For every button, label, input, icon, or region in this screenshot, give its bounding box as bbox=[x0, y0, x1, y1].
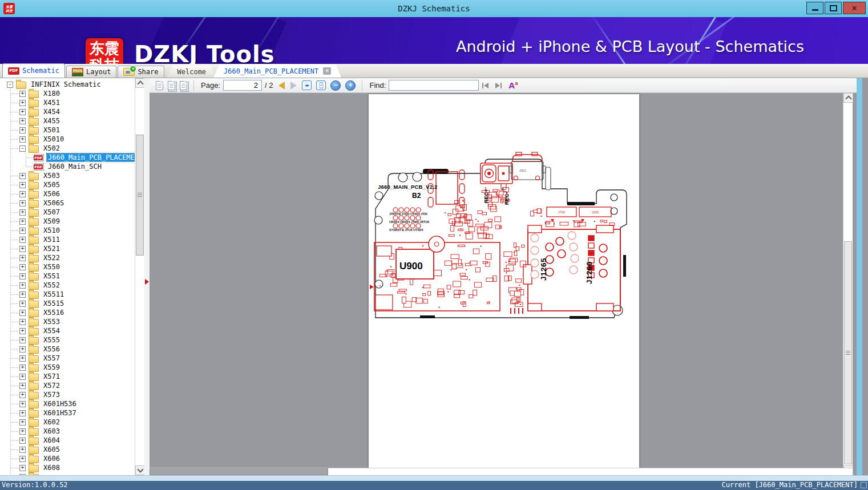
expander-plus-icon[interactable]: + bbox=[19, 91, 26, 97]
expander-plus-icon[interactable]: + bbox=[19, 255, 26, 261]
tree-item[interactable]: +X557 bbox=[0, 354, 135, 363]
copy-page-alt-icon[interactable] bbox=[180, 81, 187, 90]
tree-item[interactable]: PDFJ660_Main_SCH bbox=[0, 162, 135, 171]
tree-item[interactable]: +X506S bbox=[0, 199, 135, 208]
tree-item[interactable]: +X5010 bbox=[0, 135, 135, 144]
tree-item[interactable]: +X455 bbox=[0, 116, 135, 125]
expander-plus-icon[interactable]: + bbox=[19, 319, 26, 325]
tree-item[interactable]: -INFINIX Schematic bbox=[0, 80, 135, 89]
expander-minus-icon[interactable]: - bbox=[19, 145, 26, 152]
document-scrollbar[interactable] bbox=[843, 93, 853, 475]
expander-plus-icon[interactable]: + bbox=[19, 383, 26, 389]
tree-item[interactable]: +X601H537 bbox=[0, 408, 135, 418]
expander-plus-icon[interactable]: + bbox=[19, 264, 26, 270]
find-previous-icon[interactable] bbox=[481, 82, 490, 89]
tree-item[interactable]: +X501 bbox=[0, 125, 135, 135]
tree-item[interactable]: +X505 bbox=[0, 180, 135, 189]
expander-plus-icon[interactable]: + bbox=[19, 410, 26, 416]
hscrollbar-thumb[interactable] bbox=[150, 468, 328, 475]
sidebar-scrollbar[interactable] bbox=[135, 78, 144, 475]
horizontal-scrollbar[interactable] bbox=[150, 468, 853, 475]
expander-plus-icon[interactable]: + bbox=[19, 282, 26, 289]
tree-item[interactable]: +X5515 bbox=[0, 299, 135, 308]
tree-item[interactable]: +X551 bbox=[0, 272, 135, 281]
fit-page-icon[interactable]: ◦ bbox=[316, 80, 326, 90]
tree-item[interactable]: +X559 bbox=[0, 363, 135, 372]
find-input[interactable] bbox=[389, 80, 479, 91]
document-canvas[interactable]: 14J901JTRSTB JTDO UTXD4 JTDIURXD4 URXD4 … bbox=[150, 93, 853, 468]
expander-minus-icon[interactable]: - bbox=[7, 82, 13, 88]
font-size-icon[interactable]: Aa bbox=[508, 81, 518, 90]
expander-plus-icon[interactable]: + bbox=[19, 291, 26, 298]
expander-plus-icon[interactable]: + bbox=[19, 328, 26, 334]
expander-plus-icon[interactable]: + bbox=[19, 474, 26, 476]
tree-item[interactable]: +X521 bbox=[0, 244, 135, 253]
tree-item[interactable]: +X602 bbox=[0, 418, 135, 427]
page-input[interactable] bbox=[223, 80, 262, 91]
tab-layout[interactable]: PADSLayout bbox=[66, 66, 116, 78]
expander-plus-icon[interactable]: + bbox=[19, 273, 26, 280]
doc-tab-welcome[interactable]: Welcome bbox=[167, 66, 217, 78]
expander-plus-icon[interactable]: + bbox=[19, 100, 26, 106]
single-page-icon[interactable] bbox=[156, 81, 163, 90]
tree-item[interactable]: +X507 bbox=[0, 208, 135, 217]
expander-plus-icon[interactable]: + bbox=[19, 355, 26, 362]
tree-item[interactable]: +X608 bbox=[0, 463, 135, 472]
expander-plus-icon[interactable]: + bbox=[19, 465, 26, 471]
expander-plus-icon[interactable]: + bbox=[19, 173, 26, 179]
expander-plus-icon[interactable]: + bbox=[19, 218, 26, 225]
doc-tab-j660_main_pcb_placement[interactable]: J660_Main_PCB_PLACEMENT✕ bbox=[213, 64, 341, 78]
tree-item[interactable]: +X522 bbox=[0, 253, 135, 262]
tree-item[interactable]: +X605 bbox=[0, 445, 135, 454]
tree-item[interactable]: +X603 bbox=[0, 427, 135, 436]
fit-width-icon[interactable]: ◂▸ bbox=[302, 80, 312, 90]
expander-plus-icon[interactable]: + bbox=[19, 428, 26, 435]
expander-plus-icon[interactable]: + bbox=[19, 136, 26, 143]
expander-plus-icon[interactable]: + bbox=[19, 109, 26, 115]
expander-plus-icon[interactable]: + bbox=[19, 209, 26, 216]
tree-item[interactable]: +X601H536 bbox=[0, 399, 135, 408]
previous-page-icon[interactable] bbox=[278, 82, 285, 90]
tree-item[interactable]: +X5511 bbox=[0, 290, 135, 299]
copy-page-icon[interactable] bbox=[168, 81, 175, 90]
tree-item[interactable]: +X572 bbox=[0, 381, 135, 390]
tree-item[interactable]: +X180 bbox=[0, 89, 135, 98]
expander-plus-icon[interactable]: + bbox=[19, 401, 26, 407]
tree-item[interactable]: +X510 bbox=[0, 226, 135, 235]
expander-plus-icon[interactable]: + bbox=[19, 200, 26, 206]
scroll-up-button[interactable] bbox=[843, 93, 853, 103]
tree-item[interactable]: -X502 bbox=[0, 144, 135, 153]
minimize-button[interactable] bbox=[806, 2, 823, 14]
tree-item[interactable]: +X555 bbox=[0, 335, 135, 345]
tree-item[interactable]: +X506 bbox=[0, 189, 135, 199]
expander-plus-icon[interactable]: + bbox=[19, 456, 26, 462]
tree-item[interactable]: +X554 bbox=[0, 326, 135, 335]
tree-item[interactable]: +X604 bbox=[0, 436, 135, 445]
expander-plus-icon[interactable]: + bbox=[19, 419, 26, 426]
tree-item[interactable]: +X571 bbox=[0, 372, 135, 381]
tree-item[interactable]: +X5516 bbox=[0, 308, 135, 317]
tree-item[interactable]: +X552 bbox=[0, 281, 135, 290]
expander-plus-icon[interactable]: + bbox=[19, 374, 26, 380]
tree-item[interactable]: +X509 bbox=[0, 217, 135, 226]
expander-plus-icon[interactable]: + bbox=[19, 310, 26, 316]
splitter[interactable] bbox=[144, 78, 150, 475]
tree-item[interactable]: +X503 bbox=[0, 171, 135, 180]
expander-plus-icon[interactable]: + bbox=[19, 237, 26, 243]
expander-plus-icon[interactable]: + bbox=[19, 346, 26, 353]
expander-plus-icon[interactable]: + bbox=[19, 301, 26, 307]
tree-item[interactable]: +X451 bbox=[0, 98, 135, 107]
expander-plus-icon[interactable]: + bbox=[19, 246, 26, 252]
tree-item[interactable]: +X454 bbox=[0, 107, 135, 116]
splitter-collapse-icon[interactable] bbox=[145, 279, 149, 285]
find-next-icon[interactable] bbox=[494, 82, 503, 89]
expander-plus-icon[interactable]: + bbox=[19, 337, 26, 343]
expander-plus-icon[interactable]: + bbox=[19, 365, 26, 371]
tree-item[interactable]: +X550 bbox=[0, 262, 135, 272]
tree-item[interactable]: PDFJ660_Main_PCB_PLACEMENT bbox=[0, 153, 135, 162]
close-button[interactable]: ✕ bbox=[843, 2, 866, 14]
expander-plus-icon[interactable]: + bbox=[19, 228, 26, 234]
close-tab-button[interactable]: ✕ bbox=[323, 67, 331, 75]
tree-item[interactable]: +X606 bbox=[0, 454, 135, 463]
scrollbar-thumb[interactable] bbox=[136, 135, 144, 256]
